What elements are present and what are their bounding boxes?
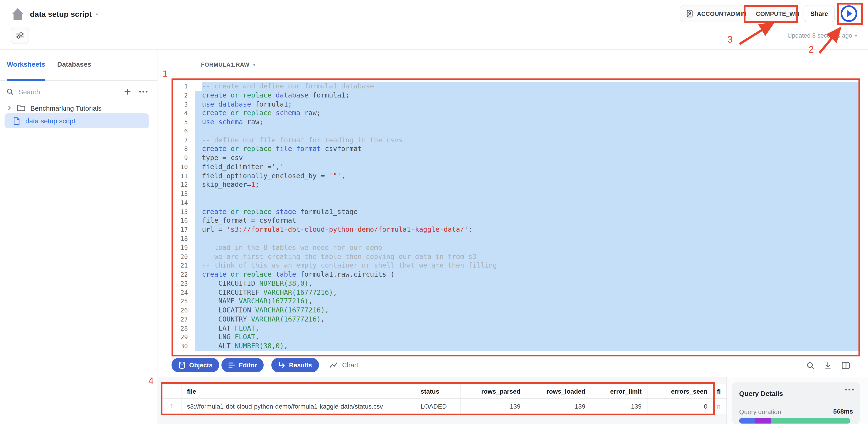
sidebar-item-worksheet-selected[interactable]: data setup script bbox=[4, 113, 149, 128]
chevron-right-icon bbox=[8, 105, 11, 111]
line-number: 13 bbox=[173, 190, 188, 197]
line-number: 16 bbox=[173, 217, 188, 224]
code-text: skip_header=1; bbox=[202, 181, 259, 190]
code-text: -- think of this as an empty container o… bbox=[202, 261, 497, 270]
line-number: 26 bbox=[173, 306, 188, 314]
code-text: field_optionally_enclosed_by = '"', bbox=[202, 172, 345, 181]
code-text: create or replace schema raw; bbox=[202, 109, 321, 118]
new-worksheet-button[interactable] bbox=[120, 84, 135, 99]
line-number: 4 bbox=[173, 109, 188, 117]
code-text: LNG FLOAT, bbox=[202, 333, 259, 342]
chevron-down-icon: ▾ bbox=[253, 63, 256, 67]
cell-rows_parsed: 139 bbox=[461, 399, 526, 414]
line-number: 30 bbox=[173, 343, 188, 350]
line-number: 3 bbox=[173, 100, 188, 108]
chevron-down-icon: ▾ bbox=[96, 12, 98, 17]
folder-label: Benchmarking Tutorials bbox=[30, 104, 102, 112]
results-table-header: filestatusrows_parsedrows_loadederror_li… bbox=[162, 384, 713, 399]
code-line: 17url = 's3://formula1-dbt-cloud-python-… bbox=[173, 226, 859, 235]
tab-worksheets[interactable]: Worksheets bbox=[7, 60, 45, 68]
worksheet-title-dropdown[interactable]: data setup script ▾ bbox=[30, 10, 98, 19]
query-details-menu-button[interactable] bbox=[845, 389, 854, 390]
updated-text: Updated 8 seconds ago bbox=[787, 32, 852, 39]
line-number: 2 bbox=[173, 92, 188, 99]
code-text: ALT NUMBER(38,0), bbox=[202, 342, 288, 351]
line-number: 21 bbox=[173, 262, 188, 269]
code-line: 4create or replace schema raw; bbox=[173, 109, 859, 118]
code-text: use database formula1; bbox=[202, 100, 292, 109]
line-number: 1 bbox=[173, 83, 188, 90]
code-text: -- bbox=[202, 199, 210, 208]
sidebar-toolbar: Search bbox=[0, 82, 157, 101]
objects-button[interactable]: Objects bbox=[172, 358, 219, 372]
line-number: 19 bbox=[173, 244, 188, 251]
duration-bar-segment bbox=[771, 418, 850, 424]
duration-bar-segment bbox=[739, 418, 755, 424]
code-text: -- load in the 8 tables we need for our … bbox=[202, 243, 382, 253]
column-header-status: status bbox=[415, 384, 461, 398]
code-line: 12skip_header=1; bbox=[173, 181, 859, 190]
code-line: 14-- bbox=[173, 199, 859, 208]
role-label: ACCOUNTADMIN bbox=[697, 10, 746, 17]
line-number: 9 bbox=[173, 154, 188, 161]
code-line: 26 LOCATION VARCHAR(16777216), bbox=[173, 306, 859, 315]
sidebar-more-button[interactable] bbox=[136, 84, 151, 99]
warehouse-label: COMPUTE_WH bbox=[756, 10, 800, 17]
download-icon bbox=[823, 361, 832, 370]
table-row[interactable]: 1s3://formula1-dbt-cloud-python-demo/for… bbox=[162, 399, 713, 414]
share-button[interactable]: Share bbox=[804, 5, 835, 22]
split-view-button[interactable] bbox=[841, 360, 851, 370]
code-text: create or replace database formula1; bbox=[202, 91, 349, 100]
column-header-error_limit: error_limit bbox=[591, 384, 648, 398]
editor-button[interactable]: Editor bbox=[221, 358, 264, 372]
code-line: 10field_delimiter =',' bbox=[173, 163, 859, 172]
filters-button[interactable] bbox=[11, 27, 29, 44]
line-number: 12 bbox=[173, 181, 188, 188]
code-text: create or replace table formula1.raw.cir… bbox=[202, 270, 395, 279]
column-header-file: file bbox=[182, 384, 415, 398]
home-button[interactable] bbox=[10, 6, 25, 22]
code-text: create or replace file format csvformat bbox=[202, 145, 362, 154]
code-text: LOCATION VARCHAR(16777216), bbox=[202, 306, 329, 315]
context-selector-dropdown[interactable]: FORMULA1.RAW ▾ bbox=[201, 62, 256, 68]
code-line: 1-- create and define our formula1 datab… bbox=[173, 82, 859, 91]
list-icon bbox=[228, 362, 235, 368]
line-number: 15 bbox=[173, 208, 188, 215]
code-line: 6 bbox=[173, 127, 859, 136]
search-results-button[interactable] bbox=[805, 360, 815, 370]
code-text: COUNTRY VARCHAR(16777216), bbox=[202, 315, 325, 324]
gutter-divider bbox=[194, 80, 194, 355]
sql-editor[interactable]: 1-- create and define our formula1 datab… bbox=[173, 80, 859, 355]
code-line: 2create or replace database formula1; bbox=[173, 91, 859, 100]
download-results-button[interactable] bbox=[823, 360, 833, 370]
results-button[interactable]: Results bbox=[271, 358, 319, 372]
cell-file: s3://formula1-dbt-cloud-python-demo/form… bbox=[182, 399, 415, 414]
code-line: 24 CIRCUITREF VARCHAR(16777216), bbox=[173, 288, 859, 297]
tab-databases[interactable]: Databases bbox=[57, 60, 91, 68]
run-button[interactable] bbox=[840, 4, 858, 23]
sidebar-item-folder[interactable]: Benchmarking Tutorials bbox=[0, 101, 157, 115]
results-table-clipped-column: fi n bbox=[715, 384, 726, 414]
code-text: -- define our file format for reading in… bbox=[202, 136, 403, 145]
sidebar: Worksheets Databases Search bbox=[0, 50, 157, 424]
folder-icon bbox=[17, 104, 25, 111]
code-line: 3use database formula1; bbox=[173, 100, 859, 109]
code-lines: 1-- create and define our formula1 datab… bbox=[173, 82, 859, 351]
query-details-title: Query Details bbox=[739, 390, 783, 397]
search-input[interactable]: Search bbox=[6, 84, 40, 99]
database-icon bbox=[178, 361, 186, 369]
results-table: filestatusrows_parsedrows_loadederror_li… bbox=[162, 384, 713, 414]
cell-errors_seen: 0 bbox=[648, 399, 713, 414]
code-line: 25 NAME VARCHAR(16777216), bbox=[173, 297, 859, 306]
query-details-card: Query Details Query duration 568ms bbox=[732, 382, 860, 424]
chart-tab[interactable]: Chart bbox=[330, 358, 358, 372]
play-icon bbox=[840, 4, 858, 23]
cell-error_limit: 139 bbox=[591, 399, 648, 414]
pane-divider[interactable] bbox=[726, 377, 727, 424]
worksheet-label: data setup script bbox=[25, 117, 75, 125]
updated-timestamp-dropdown[interactable]: Updated 8 seconds ago ▾ bbox=[787, 32, 857, 39]
code-text: CIRCUITID NUMBER(38,0), bbox=[202, 279, 313, 288]
role-warehouse-selector[interactable]: ACCOUNTADMIN COMPUTE_WH bbox=[680, 5, 798, 22]
column-header-rows_parsed: rows_parsed bbox=[461, 384, 526, 398]
code-line: 29 LNG FLOAT, bbox=[173, 333, 859, 342]
